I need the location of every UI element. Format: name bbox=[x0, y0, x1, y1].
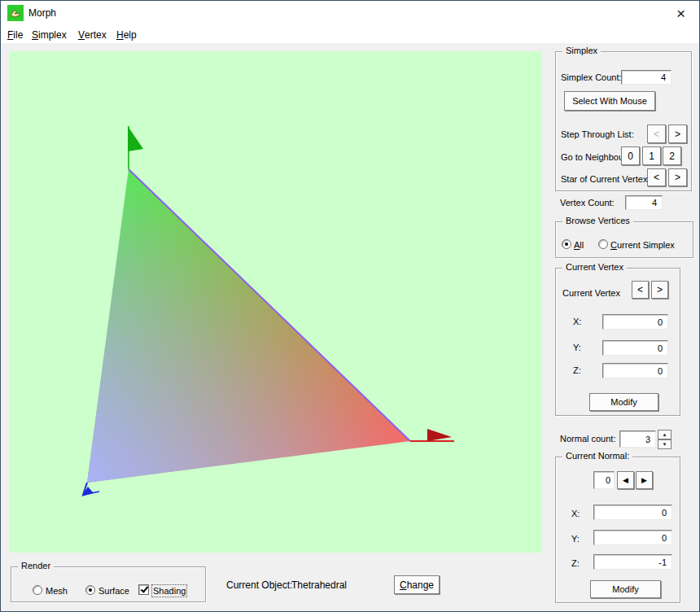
browse-vertices-group: Browse Vertices All Current Simplex bbox=[555, 221, 693, 258]
vertex-count-field[interactable]: 4 bbox=[625, 195, 663, 210]
neighbour-0-button[interactable]: 0 bbox=[621, 146, 640, 165]
viewport[interactable] bbox=[10, 51, 541, 553]
menu-simplex-key: S bbox=[32, 29, 38, 41]
browse-cs-rest: urrent Simplex bbox=[617, 240, 675, 250]
current-object-value: Thetrahedral bbox=[291, 579, 347, 591]
current-vertex-group-title: Current Vertex bbox=[562, 262, 627, 272]
browse-all-label[interactable]: All bbox=[574, 240, 584, 250]
vertex-modify-button[interactable]: Modify bbox=[589, 393, 658, 411]
vertex-prev-button[interactable]: < bbox=[632, 281, 649, 299]
simplex-group-title: Simplex bbox=[562, 46, 601, 55]
vertex-y-field[interactable]: 0 bbox=[602, 340, 668, 356]
blue-normal-arrowhead bbox=[81, 487, 94, 496]
scene bbox=[10, 51, 541, 553]
browse-current-simplex-label[interactable]: Current Simplex bbox=[610, 240, 675, 250]
neighbour-2-button[interactable]: 2 bbox=[663, 146, 681, 165]
normal-prev-button[interactable]: ◀ bbox=[617, 471, 634, 489]
app-icon bbox=[7, 5, 24, 21]
render-group: Render Mesh Surface Shading bbox=[11, 566, 206, 602]
star-next-button[interactable]: > bbox=[668, 168, 687, 186]
vertex-count-label: Vertex Count: bbox=[560, 198, 615, 208]
normal-count-spin-down[interactable]: ▼ bbox=[658, 439, 672, 449]
normal-y-label: Y: bbox=[571, 534, 580, 544]
normal-count-field[interactable]: 3 bbox=[619, 431, 656, 448]
normal-count-spin-up[interactable]: ▲ bbox=[658, 430, 672, 439]
menu-help[interactable]: Help bbox=[116, 26, 137, 43]
red-normal-flag bbox=[427, 429, 452, 441]
change-button-key: C bbox=[400, 579, 407, 591]
normal-next-button[interactable]: ▶ bbox=[636, 471, 653, 489]
render-mesh-label[interactable]: Mesh bbox=[46, 586, 68, 596]
vertex-z-label: Z: bbox=[573, 365, 581, 375]
menu-bar: File Simplex Vertex Help bbox=[1, 26, 699, 43]
browse-all-radio[interactable] bbox=[562, 239, 571, 249]
simplex-count-field[interactable]: 4 bbox=[621, 70, 672, 85]
current-normal-group-title: Current Normal: bbox=[562, 451, 632, 461]
menu-simplex[interactable]: Simplex bbox=[32, 26, 67, 43]
morph-window: Morph × File Simplex Vertex Help bbox=[0, 0, 700, 612]
change-button-rest: hange bbox=[407, 579, 434, 591]
browse-all-rest: ll bbox=[580, 240, 584, 250]
current-vertex-group: Current Vertex Current Vertex < > X: 0 Y… bbox=[555, 268, 680, 416]
menu-simplex-rest: implex bbox=[38, 29, 67, 41]
menu-vertex-rest: ertex bbox=[85, 29, 107, 41]
menu-vertex-key: V bbox=[78, 29, 85, 41]
normal-x-field[interactable]: 0 bbox=[593, 505, 672, 520]
neighbour-1-button[interactable]: 1 bbox=[642, 146, 661, 165]
vertex-y-label: Y: bbox=[573, 343, 581, 352]
menu-help-rest: elp bbox=[124, 29, 137, 41]
normal-y-field[interactable]: 0 bbox=[593, 530, 672, 545]
menu-file[interactable]: File bbox=[7, 26, 23, 43]
title-bar: Morph × bbox=[1, 1, 699, 26]
vertex-next-button[interactable]: > bbox=[651, 281, 668, 299]
render-surface-radio[interactable] bbox=[85, 585, 95, 595]
render-mesh-radio[interactable] bbox=[33, 585, 42, 595]
star-prev-button[interactable]: < bbox=[647, 168, 666, 186]
current-normal-group: Current Normal: 0 ◀ ▶ X: 0 Y: 0 Z: -1 Mo… bbox=[555, 457, 680, 603]
green-normal-flag bbox=[128, 126, 143, 151]
shading-label[interactable]: Shading bbox=[153, 586, 186, 596]
browse-vertices-title: Browse Vertices bbox=[562, 216, 633, 225]
render-surface-label[interactable]: Surface bbox=[98, 586, 129, 596]
close-icon[interactable]: × bbox=[663, 1, 699, 26]
normal-modify-button[interactable]: Modify bbox=[590, 580, 661, 598]
simplex-count-label: Simplex Count: bbox=[561, 72, 622, 82]
shaded-triangle-blue-overlay bbox=[87, 169, 410, 483]
vertex-z-field[interactable]: 0 bbox=[602, 363, 668, 378]
menu-help-key: H bbox=[116, 29, 124, 41]
select-with-mouse-button[interactable]: Select With Mouse bbox=[564, 91, 655, 111]
menu-file-rest: ile bbox=[13, 29, 23, 41]
vertex-x-field[interactable]: 0 bbox=[602, 314, 668, 330]
menu-vertex[interactable]: Vertex bbox=[78, 26, 107, 43]
menu-file-key: F bbox=[7, 29, 13, 41]
browse-cs-key: C bbox=[610, 240, 617, 250]
normal-z-field[interactable]: -1 bbox=[593, 554, 672, 570]
normal-x-label: X: bbox=[571, 509, 580, 518]
step-next-button[interactable]: > bbox=[668, 125, 687, 143]
current-object-label: Current Object: bbox=[226, 579, 292, 591]
change-button[interactable]: Change bbox=[394, 575, 440, 594]
go-to-neighbour-label: Go to Neighbour: bbox=[561, 152, 629, 162]
shading-checkbox[interactable] bbox=[138, 584, 149, 595]
vertex-x-label: X: bbox=[573, 317, 581, 326]
simplex-group: Simplex Simplex Count: 4 Select With Mou… bbox=[555, 51, 692, 191]
step-prev-button[interactable]: < bbox=[647, 125, 666, 143]
normal-z-label: Z: bbox=[571, 558, 580, 568]
browse-current-simplex-radio[interactable] bbox=[598, 239, 608, 249]
current-vertex-nav-label: Current Vertex bbox=[562, 288, 620, 298]
star-of-current-vertex-label: Star of Current Vertex: bbox=[561, 174, 650, 184]
normal-count-label: Normal count: bbox=[560, 434, 615, 444]
window-title: Morph bbox=[28, 7, 56, 19]
render-group-title: Render bbox=[18, 561, 54, 570]
normal-index-field[interactable]: 0 bbox=[593, 471, 615, 489]
step-through-list-label: Step Through List: bbox=[561, 129, 634, 139]
